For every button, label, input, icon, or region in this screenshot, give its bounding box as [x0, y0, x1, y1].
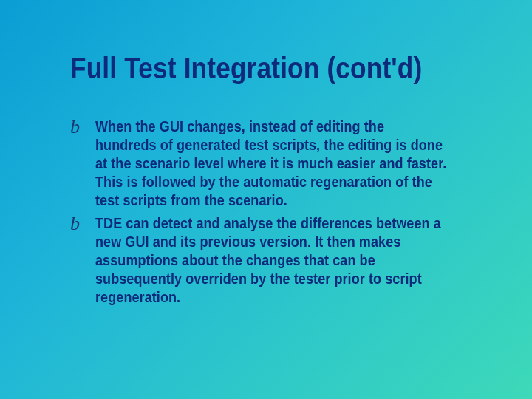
bullet-text: When the GUI changes, instead of editing… [95, 117, 449, 210]
list-item: b When the GUI changes, instead of editi… [70, 117, 488, 210]
slide: Full Test Integration (cont'd) b When th… [0, 0, 532, 355]
slide-title: Full Test Integration (cont'd) [70, 52, 437, 85]
bullet-text: TDE can detect and analyse the differenc… [95, 214, 449, 307]
bullet-icon: b [70, 117, 95, 137]
bullet-list: b When the GUI changes, instead of editi… [70, 117, 488, 307]
list-item: b TDE can detect and analyse the differe… [70, 214, 488, 307]
bullet-icon: b [70, 214, 95, 233]
